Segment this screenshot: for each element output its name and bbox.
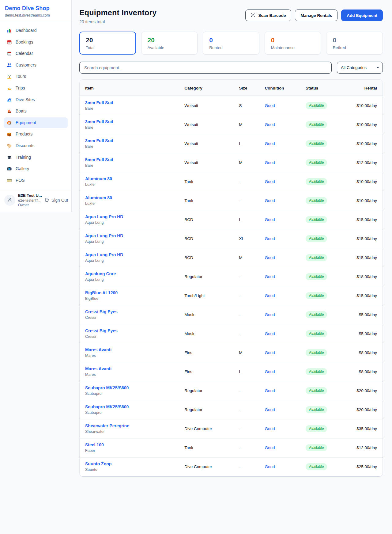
sidebar-item-tours[interactable]: Tours xyxy=(4,71,68,82)
sidebar-item-products[interactable]: Products xyxy=(4,129,68,140)
table-row[interactable]: Cressi Big Eyes Cressi Mask - Good Avail… xyxy=(80,305,383,324)
sidebar-item-pos[interactable]: POS xyxy=(4,175,68,186)
item-name-link[interactable]: Suunto Zoop xyxy=(85,461,175,466)
condition-link[interactable]: Good xyxy=(265,274,275,279)
item-size: M xyxy=(234,115,260,134)
condition-link[interactable]: Good xyxy=(265,141,275,146)
condition-link[interactable]: Good xyxy=(265,217,275,222)
item-name-link[interactable]: Aluminum 80 xyxy=(85,195,175,200)
condition-link[interactable]: Good xyxy=(265,407,275,412)
table-row[interactable]: Scubapro MK25/S600 Scubapro Regulator - … xyxy=(80,400,383,419)
header-actions: Scan Barcode Manage Rentals Add Equipmen… xyxy=(245,10,383,21)
item-name-link[interactable]: Steel 100 xyxy=(85,442,175,447)
condition-link[interactable]: Good xyxy=(265,103,275,108)
table-row[interactable]: Shearwater Peregrine Shearwater Dive Com… xyxy=(80,419,383,438)
table-row[interactable]: 5mm Full Suit Bare Wetsuit M Good Availa… xyxy=(80,153,383,172)
sidebar-item-boats[interactable]: Boats xyxy=(4,106,68,117)
item-name-link[interactable]: Aqua Lung Pro HD xyxy=(85,233,175,238)
condition-link[interactable]: Good xyxy=(265,293,275,298)
item-name-link[interactable]: Scubapro MK25/S600 xyxy=(85,404,175,409)
sidebar-item-trips[interactable]: Trips xyxy=(4,83,68,94)
condition-link[interactable]: Good xyxy=(265,426,275,431)
table-row[interactable]: Aqualung Core Aqua Lung Regulator - Good… xyxy=(80,267,383,286)
condition-link[interactable]: Good xyxy=(265,350,275,355)
table-row[interactable]: Aqua Lung Pro HD Aqua Lung BCD M Good Av… xyxy=(80,248,383,267)
item-name-link[interactable]: Mares Avanti xyxy=(85,366,175,371)
item-rental: $8.00/day xyxy=(346,343,383,362)
item-name-link[interactable]: Scubapro MK25/S600 xyxy=(85,385,175,390)
add-equipment-button[interactable]: Add Equipment xyxy=(341,10,383,21)
table-row[interactable]: Suunto Zoop Suunto Dive Computer - Good … xyxy=(80,457,383,476)
condition-link[interactable]: Good xyxy=(265,388,275,393)
condition-link[interactable]: Good xyxy=(265,179,275,184)
sidebar: Demo Dive Shop demo.test.divestreams.com… xyxy=(0,0,72,212)
stat-value: 20 xyxy=(86,36,130,44)
sidebar-item-equipment[interactable]: Equipment xyxy=(4,117,68,128)
item-name-link[interactable]: 5mm Full Suit xyxy=(85,157,175,162)
item-brand: Shearwater xyxy=(85,429,175,434)
sailboat-icon xyxy=(7,109,12,114)
scan-barcode-button[interactable]: Scan Barcode xyxy=(245,10,291,21)
item-name-link[interactable]: Aqua Lung Pro HD xyxy=(85,214,175,219)
add-equipment-label: Add Equipment xyxy=(347,13,377,18)
condition-link[interactable]: Good xyxy=(265,122,275,127)
table-row[interactable]: Aluminum 80 Luxfer Tank - Good Available… xyxy=(80,172,383,191)
category-select[interactable]: All Categories xyxy=(337,62,383,74)
sidebar-item-bookings[interactable]: 17 Bookings xyxy=(4,37,68,48)
item-name-link[interactable]: 3mm Full Suit xyxy=(85,138,175,143)
stat-card-rented[interactable]: 0 Rented xyxy=(203,32,259,55)
item-brand: Mares xyxy=(85,372,175,377)
sidebar-item-discounts[interactable]: Discounts xyxy=(4,140,68,151)
table-row[interactable]: Aluminum 80 Luxfer Tank - Good Available… xyxy=(80,191,383,210)
item-size: S xyxy=(234,96,260,115)
condition-link[interactable]: Good xyxy=(265,445,275,450)
condition-link[interactable]: Good xyxy=(265,312,275,317)
table-row[interactable]: Mares Avanti Mares Fins L Good Available… xyxy=(80,362,383,381)
condition-link[interactable]: Good xyxy=(265,255,275,260)
condition-link[interactable]: Good xyxy=(265,160,275,165)
condition-link[interactable]: Good xyxy=(265,464,275,469)
table-row[interactable]: Mares Avanti Mares Fins M Good Available… xyxy=(80,343,383,362)
condition-link[interactable]: Good xyxy=(265,198,275,203)
search-input[interactable] xyxy=(79,62,332,74)
stat-card-total[interactable]: 20 Total xyxy=(79,32,136,55)
table-row[interactable]: 3mm Full Suit Bare Wetsuit M Good Availa… xyxy=(80,115,383,134)
sidebar-item-customers[interactable]: Customers xyxy=(4,60,68,71)
status-badge: Available xyxy=(306,349,327,356)
item-name-link[interactable]: Aqualung Core xyxy=(85,271,175,276)
condition-link[interactable]: Good xyxy=(265,369,275,374)
item-name-link[interactable]: Aluminum 80 xyxy=(85,176,175,181)
user-name: E2E Test U... xyxy=(18,193,42,198)
condition-link[interactable]: Good xyxy=(265,331,275,336)
stat-card-retired[interactable]: 0 Retired xyxy=(326,32,383,55)
item-name-link[interactable]: Aqua Lung Pro HD xyxy=(85,252,175,257)
table-row[interactable]: 3mm Full Suit Bare Wetsuit L Good Availa… xyxy=(80,134,383,153)
item-name-link[interactable]: 3mm Full Suit xyxy=(85,119,175,124)
sidebar-item-gallery[interactable]: Gallery xyxy=(4,163,68,174)
sidebar-item-dashboard[interactable]: Dashboard xyxy=(4,25,68,36)
table-row[interactable]: Scubapro MK25/S600 Scubapro Regulator - … xyxy=(80,381,383,400)
item-name-link[interactable]: BigBlue AL1200 xyxy=(85,290,175,295)
condition-link[interactable]: Good xyxy=(265,236,275,241)
item-name-link[interactable]: Cressi Big Eyes xyxy=(85,309,175,314)
sidebar-item-dive-sites[interactable]: Dive Sites xyxy=(4,94,68,105)
sidebar-item-calendar[interactable]: Calendar xyxy=(4,48,68,59)
table-row[interactable]: Steel 100 Faber Tank - Good Available $1… xyxy=(80,438,383,457)
table-row[interactable]: Aqua Lung Pro HD Aqua Lung BCD XL Good A… xyxy=(80,229,383,248)
status-badge: Available xyxy=(306,159,327,166)
table-row[interactable]: BigBlue AL1200 BigBlue Torch/Light - Goo… xyxy=(80,286,383,305)
item-brand: Cressi xyxy=(85,315,175,320)
table-row[interactable]: 3mm Full Suit Bare Wetsuit S Good Availa… xyxy=(80,96,383,115)
item-name-link[interactable]: 3mm Full Suit xyxy=(85,100,175,105)
stat-card-available[interactable]: 20 Available xyxy=(141,32,198,55)
sidebar-item-training[interactable]: Training xyxy=(4,152,68,163)
item-size: XL xyxy=(234,229,260,248)
stat-card-maintenance[interactable]: 0 Maintenance xyxy=(265,32,321,55)
table-row[interactable]: Aqua Lung Pro HD Aqua Lung BCD L Good Av… xyxy=(80,210,383,229)
table-row[interactable]: Cressi Big Eyes Cressi Mask - Good Avail… xyxy=(80,324,383,343)
manage-rentals-button[interactable]: Manage Rentals xyxy=(295,10,337,21)
item-name-link[interactable]: Cressi Big Eyes xyxy=(85,328,175,333)
item-name-link[interactable]: Mares Avanti xyxy=(85,347,175,352)
sign-out-button[interactable]: Sign Out xyxy=(45,197,69,203)
item-name-link[interactable]: Shearwater Peregrine xyxy=(85,423,175,428)
